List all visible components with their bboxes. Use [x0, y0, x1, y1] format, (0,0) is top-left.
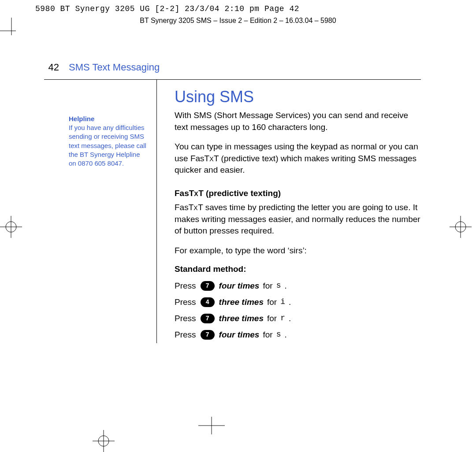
- keycap-icon: 7: [201, 281, 215, 291]
- crop-mark-bottom: [198, 417, 225, 443]
- result-letter: s: [276, 278, 281, 293]
- keycap-icon: 4: [201, 297, 215, 307]
- result-letter: i: [280, 294, 285, 310]
- fastxt-body: FasTXT saves time by predicting the lett…: [175, 202, 421, 237]
- intro-paragraph-1: With SMS (Short Message Services) you ca…: [175, 110, 421, 133]
- period: .: [289, 310, 291, 326]
- page-header: 42 SMS Text Messaging: [44, 62, 421, 73]
- sidebar-body: If you have any difficulties sending or …: [69, 123, 149, 168]
- period: .: [289, 294, 291, 310]
- running-header: BT Synergy 3205 SMS – Issue 2 – Edition …: [0, 17, 476, 25]
- result-letter: s: [276, 327, 281, 342]
- example-intro: For example, to type the word ‘sirs’:: [175, 245, 421, 257]
- period: .: [284, 326, 286, 343]
- press-label: Press: [175, 294, 196, 310]
- intro-paragraph-2: You can type in messages using the keypa…: [175, 141, 421, 176]
- press-count: three times: [219, 294, 264, 310]
- main-column: Using SMS With SMS (Short Message Servic…: [157, 80, 421, 343]
- registration-mark-left: [0, 216, 22, 238]
- key-press-line: Press 7 three times for r.: [175, 310, 421, 326]
- key-press-line: Press 7 four times for s.: [175, 326, 421, 343]
- for-label: for: [267, 310, 277, 326]
- keycap-icon: 7: [201, 314, 215, 323]
- period: .: [284, 278, 286, 294]
- key-press-steps: Press 7 four times for s.Press 4 three t…: [175, 278, 421, 343]
- standard-method-heading: Standard method:: [175, 264, 421, 274]
- press-count: three times: [219, 310, 264, 326]
- main-title: Using SMS: [175, 88, 421, 106]
- press-count: four times: [219, 278, 260, 294]
- section-title: SMS Text Messaging: [69, 62, 160, 73]
- for-label: for: [263, 278, 272, 294]
- for-label: for: [263, 326, 272, 343]
- sidebar-note: Helpline If you have any difficulties se…: [44, 80, 156, 343]
- result-letter: r: [280, 311, 285, 326]
- registration-mark-right: [450, 216, 472, 238]
- print-slug-line: 5980 BT Synergy 3205 UG [2-2] 23/3/04 2:…: [35, 4, 299, 13]
- press-label: Press: [175, 278, 196, 294]
- press-label: Press: [175, 310, 196, 326]
- registration-mark-bottom-a: [93, 430, 115, 452]
- page-content: 42 SMS Text Messaging Helpline If you ha…: [44, 62, 421, 343]
- press-label: Press: [175, 326, 196, 343]
- press-count: four times: [219, 326, 260, 343]
- fastxt-heading: FasTXT (predictive texting): [175, 189, 421, 198]
- sidebar-heading: Helpline: [69, 115, 149, 122]
- key-press-line: Press 4 three times for i.: [175, 294, 421, 310]
- page-number: 42: [44, 62, 59, 73]
- for-label: for: [267, 294, 277, 310]
- keycap-icon: 7: [201, 330, 215, 340]
- key-press-line: Press 7 four times for s.: [175, 278, 421, 294]
